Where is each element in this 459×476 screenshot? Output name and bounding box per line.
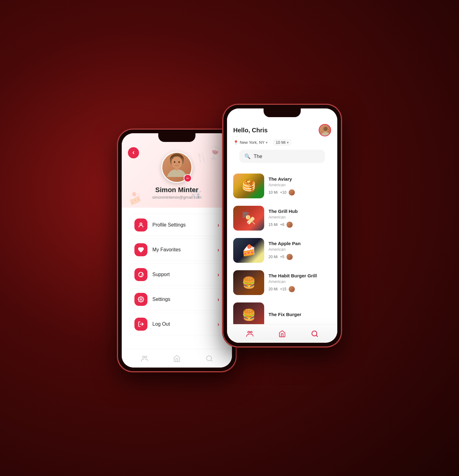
svg-point-2 xyxy=(174,161,175,163)
menu-item-settings[interactable]: Settings › xyxy=(129,288,225,311)
back-button[interactable] xyxy=(128,147,139,158)
location-row: 📍 New York, NY ▾ 10 Mi ▾ xyxy=(233,139,331,146)
svg-point-18 xyxy=(250,331,252,333)
restaurant-cuisine-3: American xyxy=(269,279,331,284)
search-bar-icon: 🔍 xyxy=(244,153,251,159)
phone-search: Hello, Chris 📍 New York, NY xyxy=(223,105,341,346)
restaurant-list: The Aviary American 10 Mi +10 xyxy=(227,168,337,324)
restaurant-card-3[interactable]: The Habit Burger Grill American 20 Mi +1… xyxy=(233,268,331,297)
avatar-container xyxy=(161,152,192,183)
search-bar[interactable]: 🔍 The xyxy=(239,150,325,163)
restaurant-meta-3: 20 Mi +15 xyxy=(269,286,331,293)
logout-icon xyxy=(134,318,147,331)
friend-avatars-1 xyxy=(286,221,293,228)
support-icon xyxy=(134,268,147,281)
svg-point-1 xyxy=(171,156,182,168)
phone-notch-2 xyxy=(264,108,301,117)
bottom-nav-profile xyxy=(122,349,232,368)
restaurant-distance-3: 20 Mi xyxy=(269,287,278,291)
svg-point-11 xyxy=(142,356,144,358)
support-label: Support xyxy=(152,272,217,277)
svg-point-8 xyxy=(141,276,141,277)
logout-chevron: › xyxy=(217,321,219,328)
svg-point-9 xyxy=(140,299,142,300)
menu-item-support[interactable]: Support › xyxy=(129,263,225,286)
friend-avatars-0 xyxy=(288,189,295,196)
friend-count-0: +10 xyxy=(280,190,286,195)
restaurant-name-3: The Habit Burger Grill xyxy=(269,273,331,278)
restaurant-img-0 xyxy=(233,174,264,198)
restaurant-info-3: The Habit Burger Grill American 20 Mi +1… xyxy=(269,273,331,293)
distance-dropdown-icon: ▾ xyxy=(287,140,289,145)
logout-label: Log Out xyxy=(152,321,217,327)
menu-item-logout[interactable]: Log Out › xyxy=(129,313,225,335)
restaurant-meta-0: 10 Mi +10 xyxy=(269,189,331,196)
friend-avatar xyxy=(288,286,295,293)
user-avatar[interactable] xyxy=(319,124,331,136)
restaurant-info-0: The Aviary American 10 Mi +10 xyxy=(269,176,331,196)
distance-badge[interactable]: 10 Mi ▾ xyxy=(273,139,292,146)
restaurant-card-4[interactable]: The Fix Burger xyxy=(233,301,331,324)
restaurant-img-2 xyxy=(233,238,264,263)
restaurant-cuisine-1: American xyxy=(269,215,331,219)
favorites-chevron: › xyxy=(217,247,219,253)
profile-settings-label: Profile Settings xyxy=(152,222,217,228)
location-dropdown-icon: ▾ xyxy=(266,140,268,145)
nav-search-active[interactable] xyxy=(306,328,323,340)
restaurant-name-0: The Aviary xyxy=(269,176,331,182)
settings-icon xyxy=(134,293,147,306)
menu-item-profile-settings[interactable]: Profile Settings › xyxy=(129,214,225,236)
settings-chevron: › xyxy=(217,296,219,303)
restaurant-name-1: The Grill Hub xyxy=(269,209,331,214)
restaurant-card-2[interactable]: The Apple Pan American 20 Mi +5 xyxy=(233,236,331,265)
profile-menu: Profile Settings › My Favorites › xyxy=(122,208,232,349)
svg-line-14 xyxy=(211,360,212,361)
restaurant-card-0[interactable]: The Aviary American 10 Mi +10 xyxy=(233,172,331,200)
restaurant-friends-2: +5 xyxy=(280,253,293,260)
edit-avatar-button[interactable] xyxy=(184,174,192,182)
profile-screen: 🍰 ✈️ xyxy=(122,133,232,368)
deco-cake-icon: 🍰 xyxy=(126,190,143,206)
svg-point-4 xyxy=(176,163,177,164)
restaurant-card-1[interactable]: The Grill Hub American 15 Mi +6 xyxy=(233,204,331,232)
svg-point-6 xyxy=(140,223,142,225)
restaurant-info-1: The Grill Hub American 15 Mi +6 xyxy=(269,209,331,228)
svg-line-20 xyxy=(316,335,317,336)
restaurant-info-4: The Fix Burger xyxy=(269,312,331,318)
restaurant-distance-1: 15 Mi xyxy=(269,223,278,227)
restaurant-friends-3: +15 xyxy=(280,286,295,293)
restaurant-cuisine-0: American xyxy=(269,183,331,187)
svg-point-16 xyxy=(323,127,328,131)
greeting-text: Hello, Chris xyxy=(233,127,268,134)
nav-home[interactable] xyxy=(168,352,186,365)
restaurant-friends-0: +10 xyxy=(280,189,295,196)
restaurant-distance-2: 20 Mi xyxy=(269,255,278,259)
restaurant-meta-2: 20 Mi +5 xyxy=(269,253,331,260)
menu-item-favorites[interactable]: My Favorites › xyxy=(129,239,225,261)
location-badge[interactable]: 📍 New York, NY ▾ xyxy=(233,140,268,145)
restaurant-img-3 xyxy=(233,270,264,295)
profile-settings-chevron: › xyxy=(217,222,219,228)
restaurant-img-4 xyxy=(233,302,264,324)
support-chevron: › xyxy=(217,271,219,278)
friend-avatar xyxy=(286,221,293,228)
friend-avatar xyxy=(286,253,293,260)
nav-home-search[interactable] xyxy=(273,328,291,340)
restaurant-info-2: The Apple Pan American 20 Mi +5 xyxy=(269,241,331,260)
distance-text: 10 Mi xyxy=(276,140,286,145)
nav-social-search[interactable] xyxy=(241,328,258,340)
nav-social[interactable] xyxy=(136,352,153,365)
svg-point-12 xyxy=(145,356,147,358)
favorites-icon xyxy=(134,243,147,256)
nav-search[interactable] xyxy=(201,352,218,365)
location-text: New York, NY xyxy=(240,140,264,145)
friend-count-1: +6 xyxy=(280,223,284,227)
profile-header-bg: 🍰 ✈️ xyxy=(122,133,232,208)
settings-label: Settings xyxy=(152,297,217,302)
restaurant-name-2: The Apple Pan xyxy=(269,241,331,246)
friend-avatars-2 xyxy=(286,253,293,260)
restaurant-friends-1: +6 xyxy=(280,221,293,228)
svg-point-17 xyxy=(248,331,250,333)
friend-count-3: +15 xyxy=(280,287,286,291)
phone-notch xyxy=(158,133,195,142)
